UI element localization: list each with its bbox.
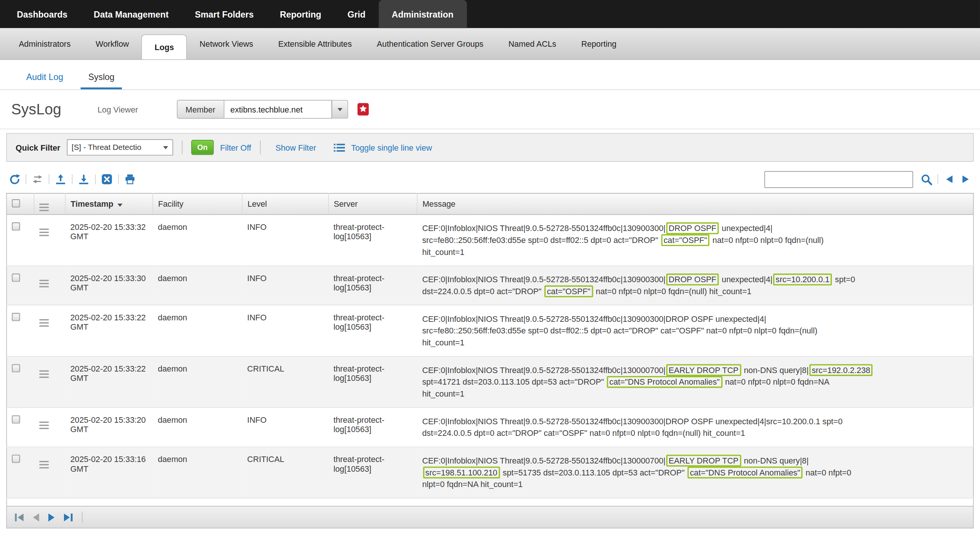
member-dropdown-button[interactable] bbox=[332, 100, 348, 119]
column-header-facility[interactable]: Facility bbox=[153, 193, 242, 214]
search-prev-icon[interactable] bbox=[941, 171, 957, 187]
pagination-previous-button[interactable] bbox=[32, 512, 40, 522]
table-row[interactable]: 2025-02-20 15:33:32 GMTdaemonINFOthreat-… bbox=[7, 214, 974, 266]
message-text: CEF:0|Infoblox|NIOS Threat|9.0.5-52728-5… bbox=[422, 314, 767, 323]
table-row[interactable]: 2025-02-20 15:33:22 GMTdaemonCRITICALthr… bbox=[7, 356, 974, 407]
pagination-last-button[interactable] bbox=[63, 512, 73, 522]
bookmark-icon[interactable] bbox=[356, 102, 369, 116]
pagination-first-button[interactable] bbox=[14, 512, 24, 522]
top-nav: DashboardsData ManagementSmart FoldersRe… bbox=[0, 0, 980, 28]
row-menu-icon[interactable] bbox=[39, 460, 48, 468]
table-row[interactable]: 2025-02-20 15:33:22 GMTdaemonINFOthreat-… bbox=[7, 305, 974, 356]
search-input[interactable] bbox=[765, 171, 913, 188]
sub-nav-item-administrators[interactable]: Administrators bbox=[6, 28, 83, 59]
row-checkbox[interactable] bbox=[12, 274, 20, 282]
threat-highlight: DROP OSPF bbox=[666, 222, 719, 235]
row-server: threat-protect-log[10563] bbox=[328, 407, 417, 447]
row-server: threat-protect-log[10563] bbox=[328, 214, 417, 266]
row-facility: daemon bbox=[153, 305, 242, 356]
row-facility: daemon bbox=[153, 214, 242, 266]
threat-highlight: EARLY DROP TCP bbox=[666, 455, 741, 466]
row-level: INFO bbox=[242, 214, 328, 266]
syslog-table: Timestamp Facility Level Server Message … bbox=[6, 193, 974, 498]
row-checkbox[interactable] bbox=[12, 415, 20, 423]
quick-filter-select[interactable]: [S] - Threat Detectio bbox=[67, 139, 173, 155]
chevron-down-icon bbox=[163, 146, 167, 149]
show-filter-link[interactable]: Show Filter bbox=[276, 143, 317, 152]
sub-nav-item-named-acls[interactable]: Named ACLs bbox=[496, 28, 569, 59]
download-icon[interactable] bbox=[76, 171, 92, 187]
log-tab-syslog[interactable]: Syslog bbox=[81, 72, 122, 89]
top-nav-item-data-management[interactable]: Data Management bbox=[80, 0, 181, 28]
log-tab-audit-log[interactable]: Audit Log bbox=[19, 72, 71, 89]
sub-nav-item-logs[interactable]: Logs bbox=[142, 34, 187, 59]
row-timestamp: 2025-02-20 15:33:32 GMT bbox=[65, 214, 153, 266]
top-nav-item-dashboards[interactable]: Dashboards bbox=[4, 0, 80, 28]
message-text: CEF:0|Infoblox|NIOS Threat|9.0.5-52728-5… bbox=[422, 417, 843, 426]
table-padding bbox=[6, 498, 974, 506]
sub-nav-item-network-views[interactable]: Network Views bbox=[187, 28, 266, 59]
sub-nav-item-reporting[interactable]: Reporting bbox=[569, 28, 629, 59]
divider bbox=[0, 128, 980, 129]
print-icon[interactable] bbox=[122, 171, 138, 187]
row-menu-icon[interactable] bbox=[39, 227, 48, 236]
row-level: INFO bbox=[242, 407, 328, 447]
message-text: non-DNS query|8| bbox=[742, 365, 809, 374]
single-line-view-icon[interactable] bbox=[334, 143, 345, 152]
threat-highlight: cat="DNS Protocol Anomalies" bbox=[607, 376, 722, 388]
row-menu-icon[interactable] bbox=[39, 369, 48, 378]
row-menu-icon[interactable] bbox=[39, 420, 48, 429]
auto-refresh-icon[interactable] bbox=[30, 171, 46, 187]
top-nav-item-grid[interactable]: Grid bbox=[334, 0, 379, 28]
threat-highlight: cat="OSPF" bbox=[545, 285, 593, 298]
table-row[interactable]: 2025-02-20 15:33:16 GMTdaemonCRITICALthr… bbox=[7, 447, 974, 498]
row-level: CRITICAL bbox=[242, 356, 328, 407]
separator bbox=[82, 511, 83, 523]
threat-highlight: DROP OSPF bbox=[666, 274, 719, 285]
row-server: threat-protect-log[10563] bbox=[328, 447, 417, 498]
export-csv-icon[interactable] bbox=[99, 171, 115, 187]
search-next-icon[interactable] bbox=[958, 171, 974, 187]
chevron-down-icon bbox=[337, 108, 342, 111]
message-text: spt=0 bbox=[833, 275, 855, 284]
message-text: hit_count=1 bbox=[422, 247, 465, 257]
message-text: nat=0 nfpt=0 nlpt=0 fqdn=NA bbox=[723, 377, 829, 387]
row-checkbox[interactable] bbox=[12, 364, 20, 372]
message-text: src=fe80::250:56ff:fe03:d55e spt=0 dst=f… bbox=[422, 236, 660, 245]
row-menu-icon[interactable] bbox=[39, 318, 48, 326]
upload-icon[interactable] bbox=[52, 171, 68, 187]
toggle-single-line-link[interactable]: Toggle single line view bbox=[351, 143, 432, 152]
top-nav-item-smart-folders[interactable]: Smart Folders bbox=[182, 0, 267, 28]
column-header-timestamp[interactable]: Timestamp bbox=[65, 193, 153, 214]
separator bbox=[181, 141, 182, 154]
filter-toggle-button[interactable]: On bbox=[191, 140, 214, 155]
row-menu-icon[interactable] bbox=[39, 279, 48, 287]
sub-nav-item-authentication-server-groups[interactable]: Authentication Server Groups bbox=[364, 28, 496, 59]
sub-nav-item-workflow[interactable]: Workflow bbox=[83, 28, 142, 59]
table-menu-icon[interactable] bbox=[39, 202, 49, 211]
row-server: threat-protect-log[10563] bbox=[328, 305, 417, 356]
row-checkbox[interactable] bbox=[12, 313, 20, 321]
refresh-icon[interactable] bbox=[6, 171, 22, 187]
column-label: Timestamp bbox=[71, 199, 113, 209]
row-checkbox[interactable] bbox=[12, 455, 20, 463]
sub-nav-item-extensible-attributes[interactable]: Extensible Attributes bbox=[266, 28, 364, 59]
table-row[interactable]: 2025-02-20 15:33:30 GMTdaemonINFOthreat-… bbox=[7, 266, 974, 305]
filter-status-label[interactable]: Filter Off bbox=[220, 143, 251, 152]
column-header-level[interactable]: Level bbox=[242, 193, 328, 214]
column-header-server[interactable]: Server bbox=[328, 193, 417, 214]
top-nav-item-administration[interactable]: Administration bbox=[379, 0, 466, 28]
select-all-checkbox[interactable] bbox=[12, 199, 20, 207]
page-subtitle: Log Viewer bbox=[98, 105, 138, 114]
member-select[interactable]: extibns.techblue.net bbox=[224, 100, 331, 119]
row-message: CEF:0|Infoblox|NIOS Threat|9.0.5-52728-5… bbox=[417, 266, 973, 305]
row-facility: daemon bbox=[153, 407, 242, 447]
search-icon[interactable] bbox=[918, 171, 934, 187]
row-timestamp: 2025-02-20 15:33:16 GMT bbox=[65, 447, 153, 498]
column-header-message[interactable]: Message bbox=[417, 193, 973, 214]
top-nav-item-reporting[interactable]: Reporting bbox=[267, 0, 334, 28]
row-checkbox[interactable] bbox=[12, 222, 20, 231]
table-row[interactable]: 2025-02-20 15:33:20 GMTdaemonINFOthreat-… bbox=[7, 407, 974, 447]
pagination-next-button[interactable] bbox=[48, 512, 56, 522]
message-text: CEF:0|Infoblox|NIOS Threat|9.0.5-52728-5… bbox=[422, 456, 666, 465]
